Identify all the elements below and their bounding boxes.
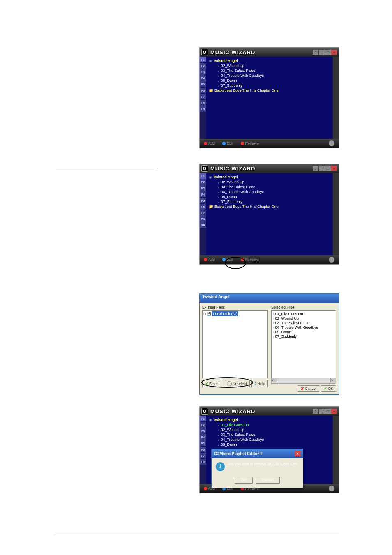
ok-button[interactable]: ✔OK — [321, 385, 336, 392]
sidebar-tab[interactable]: F3 — [200, 428, 206, 434]
track-item[interactable]: 03_The Safest Place — [221, 185, 256, 189]
sidebar-tab[interactable]: F1 — [200, 57, 206, 63]
close-button[interactable]: × — [331, 409, 337, 414]
cancel-button[interactable]: ✘Cancel — [298, 385, 319, 392]
remove-button[interactable]: Remove — [241, 258, 259, 262]
sidebar-tab[interactable]: F1 — [200, 173, 206, 179]
sidebar-tab[interactable]: F2 — [200, 63, 206, 69]
sidebar-tab[interactable]: F5 — [200, 440, 206, 447]
sidebar-tab[interactable]: F7 — [200, 94, 206, 100]
sidebar-tab[interactable]: F4 — [200, 191, 206, 198]
sidebar-tab[interactable]: F3 — [200, 185, 206, 191]
playlist-tree[interactable]: ◉Twisted Angel ♪02_Wound Up ♪03_The Safe… — [206, 173, 333, 255]
track-item[interactable]: 07_Suddenly — [221, 200, 243, 204]
help-button[interactable]: ? — [313, 409, 318, 414]
sidebar-tab[interactable]: F2 — [200, 422, 206, 428]
track-item[interactable]: 05_Damn — [221, 442, 237, 447]
sidebar-tab[interactable]: F7 — [200, 210, 206, 216]
titlebar[interactable]: O MUSIC WIZARD ? _ □ × — [200, 407, 339, 416]
dialog-titlebar[interactable]: O2Micro Playlist Editor II × — [212, 449, 303, 458]
album-name[interactable]: Backstreet Boys-The Hits Chapter One — [214, 205, 279, 209]
playlist-tree[interactable]: ◉Twisted Angel ♪01_Life Goes On ♪02_Woun… — [206, 416, 333, 484]
list-item[interactable]: 03_The Safest Place — [275, 321, 310, 325]
list-item[interactable]: 01_Life Goes On — [275, 312, 303, 316]
maximize-button[interactable]: □ — [325, 50, 331, 55]
track-item[interactable]: 03_The Safest Place — [221, 433, 256, 437]
sidebar-tab[interactable]: F6 — [200, 447, 206, 453]
cancel-button[interactable]: Cancel — [256, 477, 280, 484]
remove-button[interactable]: Remove — [241, 141, 259, 145]
maximize-button[interactable]: □ — [325, 409, 331, 414]
info-icon: i — [216, 462, 225, 471]
horizontal-scrollbar[interactable]: < > — [271, 378, 336, 384]
scrollbar[interactable] — [333, 57, 339, 139]
close-button[interactable]: × — [331, 166, 337, 171]
unselect-button[interactable]: Unselect — [224, 380, 250, 387]
sidebar-tab[interactable]: F8 — [200, 216, 206, 222]
minimize-button[interactable]: _ — [319, 50, 325, 55]
close-button[interactable]: × — [331, 50, 337, 55]
play-button[interactable] — [329, 140, 334, 146]
sidebar-tab[interactable]: F7 — [200, 453, 206, 459]
sidebar-tab[interactable]: F9 — [200, 222, 206, 228]
sidebar-tab[interactable]: F2 — [200, 179, 206, 185]
track-item[interactable]: 03_The Safest Place — [221, 69, 256, 73]
dialog-titlebar[interactable]: Twisted Angel — [200, 294, 339, 303]
list-item[interactable]: 07_Suddenly — [275, 334, 297, 339]
sidebar-tab[interactable]: F1 — [200, 416, 206, 422]
help-button[interactable]: ?Help — [251, 380, 268, 387]
sidebar-tab[interactable]: F6 — [200, 88, 206, 94]
list-item[interactable]: 02_Wound Up — [275, 316, 299, 320]
sidebar-tab[interactable]: F5 — [200, 198, 206, 204]
scroll-left-button[interactable]: < — [272, 378, 277, 382]
track-item[interactable]: 02_Wound Up — [221, 180, 244, 184]
add-button[interactable]: Add — [204, 258, 215, 262]
maximize-button[interactable]: □ — [325, 166, 331, 171]
sidebar-tab[interactable]: F8 — [200, 459, 206, 465]
album-name[interactable]: Twisted Angel — [213, 59, 238, 63]
list-item[interactable]: 04_Trouble With Goodbye — [275, 325, 318, 329]
track-item[interactable]: 05_Damn — [221, 78, 237, 83]
track-item-selected[interactable]: 01_Life Goes On — [221, 423, 249, 427]
sidebar-tab[interactable]: F8 — [200, 100, 206, 106]
sidebar-tab[interactable]: F4 — [200, 434, 206, 440]
sidebar-tab[interactable]: F5 — [200, 81, 206, 88]
edit-button[interactable]: Edit — [222, 141, 233, 145]
add-button[interactable]: Add — [204, 141, 215, 145]
sidebar-tab[interactable]: F6 — [200, 204, 206, 210]
play-button[interactable] — [329, 257, 334, 263]
circle-icon — [227, 381, 232, 386]
selected-files-list[interactable]: ♪01_Life Goes On ♪02_Wound Up ♪03_The Sa… — [271, 310, 336, 378]
playlist-tree[interactable]: ◉Twisted Angel ♪02_Wound Up ♪03_The Safe… — [206, 57, 333, 139]
help-button[interactable]: ? — [313, 50, 318, 55]
track-item[interactable]: 04_Trouble With Goodbye — [221, 74, 264, 78]
track-item[interactable]: 04_Trouble With Goodbye — [221, 190, 264, 194]
existing-files-list[interactable]: ⊞ 💾 Local Disk (C:) — [202, 310, 268, 378]
ok-button[interactable]: OK — [235, 477, 252, 484]
track-item[interactable]: 04_Trouble With Goodbye — [221, 438, 264, 442]
drive-item[interactable]: Local Disk (C:) — [212, 311, 238, 316]
select-button[interactable]: ✔Select — [202, 380, 222, 387]
track-item[interactable]: 02_Wound Up — [221, 428, 244, 432]
scrollbar[interactable] — [333, 173, 339, 255]
minimize-button[interactable]: _ — [319, 409, 325, 414]
minimize-button[interactable]: _ — [319, 166, 325, 171]
track-item[interactable]: 05_Damn — [221, 195, 237, 199]
close-button[interactable]: × — [295, 451, 300, 456]
sidebar-tab[interactable]: F4 — [200, 75, 206, 81]
help-button[interactable]: ? — [313, 166, 318, 171]
titlebar[interactable]: O MUSIC WIZARD ? _ □ × — [200, 164, 339, 173]
track-item[interactable]: 02_Wound Up — [221, 64, 244, 68]
edit-button[interactable]: Edit — [222, 258, 233, 262]
scrollbar[interactable] — [333, 416, 339, 484]
track-item[interactable]: 07_Suddenly — [221, 83, 243, 88]
list-item[interactable]: 05_Damn — [275, 330, 291, 334]
scroll-right-button[interactable]: > — [330, 378, 336, 382]
titlebar[interactable]: O MUSIC WIZARD ? _ □ × — [200, 48, 339, 57]
sidebar-tab[interactable]: F3 — [200, 69, 206, 75]
sidebar-tab[interactable]: F9 — [200, 106, 206, 112]
play-button[interactable] — [329, 486, 334, 491]
album-name[interactable]: Twisted Angel — [213, 175, 238, 179]
album-name[interactable]: Backstreet Boys-The Hits Chapter One — [214, 88, 279, 92]
album-name[interactable]: Twisted Angel — [213, 418, 238, 422]
